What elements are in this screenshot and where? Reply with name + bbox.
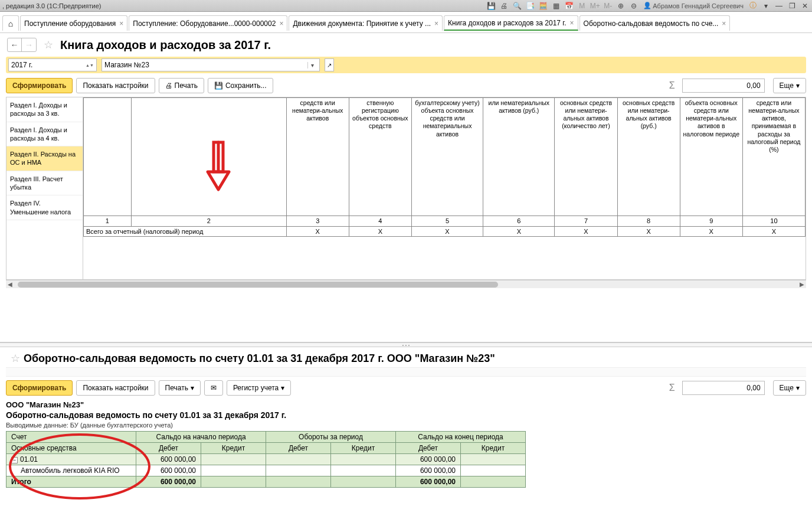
toolbar: Сформировать Показать настройки 🖨Печать … [0,76,812,96]
save-button[interactable]: 💾Сохранить... [208,78,273,93]
tab-2[interactable]: Поступление: Оборудование...0000-000002× [129,15,287,31]
close-icon[interactable]: × [119,19,123,28]
close-icon[interactable]: × [434,19,438,28]
print-button[interactable]: 🖨Печать [159,78,204,93]
h-scrollbar[interactable]: ◀▶ [6,280,806,288]
total-cell: X [555,227,617,237]
tab-1[interactable]: Поступление оборудования× [20,15,127,31]
col-header: бухгалтерскому учету) объекта основных с… [411,98,483,216]
report-table: Счет Сальдо на начало периода Обороты за… [6,431,526,488]
m-minus-icon[interactable]: M- [603,1,613,11]
total-cell: X [680,227,742,237]
grid-icon[interactable]: ▦ [551,1,561,11]
print-button[interactable]: Печать ▾ [159,380,201,396]
more-button[interactable]: Еще ▾ [773,78,806,93]
sidebar-item-q4[interactable]: Раздел I. Доходы и расходы за 4 кв. [6,122,83,147]
star-icon[interactable]: ☆ [44,38,53,51]
col-num: 4 [349,216,411,227]
sum-box: Σ [664,79,765,93]
tab-4[interactable]: Книга доходов и расходов за 2017 г.× [444,15,578,31]
col-end: Сальдо на конец периода [396,432,526,443]
sum-box: Σ [664,381,765,395]
home-button[interactable]: ⌂ [2,15,19,31]
sum-input[interactable] [682,381,765,395]
more-button[interactable]: Еще ▾ [773,380,806,396]
total-cell: X [483,227,555,237]
col-header: основных средств или нематери-альных акт… [555,98,617,216]
tab-5[interactable]: Оборотно-сальдовая ведомость по сче...× [579,15,731,31]
table-row[interactable]: Автомобиль легковой KIA RIO 600 000,00 6… [6,465,526,476]
close-icon[interactable]: × [722,19,726,28]
zoom-out-icon[interactable]: ⊖ [629,1,639,11]
user-label[interactable]: 👤 Абрамов Геннадий Сергеевич [642,2,745,9]
total-cell: X [286,227,349,237]
col-header: средств или нематери-альных активов, при… [742,98,805,216]
sigma-icon: Σ [664,80,680,91]
print-icon[interactable]: 🖨 [499,1,509,11]
page-title: Книга доходов и расходов за 2017 г. [60,38,271,52]
col-num: 10 [742,216,805,227]
col-debit: Дебет [396,443,461,454]
preview-icon[interactable]: 🔍 [512,1,522,11]
table-area[interactable]: средств или нематери-альных активов стве… [83,97,806,279]
minimize-icon[interactable]: — [774,1,784,11]
m-icon[interactable]: M [577,1,587,11]
register-button[interactable]: Регистр учета ▾ [227,380,291,396]
store-select[interactable]: Магазин №23 ▾ [102,58,320,71]
report-area: ООО "Магазин №23" Оборотно-сальдовая вед… [6,400,806,488]
open-button[interactable]: ↗ [325,58,334,71]
form-button[interactable]: Сформировать [6,78,73,93]
col-credit: Кредит [201,443,266,454]
settings-button[interactable]: Показать настройки [76,78,155,93]
total-cell: X [349,227,411,237]
star-icon[interactable]: ☆ [11,352,20,365]
col-debit: Дебет [136,443,201,454]
titlebar: , редакция 3.0 (1С:Предприятие) 💾 🖨 🔍 📑 … [0,0,812,12]
sidebar-item-q3[interactable]: Раздел I. Доходы и расходы за 3 кв. [6,97,83,122]
mail-icon: ✉ [211,384,217,392]
collapse-icon[interactable]: − [11,457,18,463]
calc-icon[interactable]: 🧮 [538,1,548,11]
chevron-down-icon[interactable]: ▾ [307,62,317,68]
close-icon[interactable]: ✕ [800,1,810,11]
sidebar-item-section3[interactable]: Раздел III. Расчет убытка [6,171,83,196]
sum-input[interactable] [682,79,765,93]
splitter[interactable]: • • • [0,342,812,347]
zoom-in-icon[interactable]: ⊕ [616,1,626,11]
dropdown-icon[interactable]: ▾ [761,1,771,11]
top-pane: ← → ☆ Книга доходов и расходов за 2017 г… [0,33,812,342]
calendar-icon[interactable]: 📅 [564,1,574,11]
save-icon[interactable]: 💾 [486,1,496,11]
col-num: 7 [555,216,617,227]
col-header [84,98,132,216]
mail-button[interactable]: ✉ [204,380,223,396]
forward-button[interactable]: → [22,38,36,51]
list-icon[interactable]: 📑 [525,1,535,11]
tab-3[interactable]: Движения документа: Принятие к учету ...… [289,15,443,31]
spinner-icon[interactable]: ▲▼ [86,63,94,67]
sidebar-item-section4[interactable]: Раздел IV. Уменьшение налога [6,195,83,220]
info-icon[interactable]: ⓘ [748,1,758,11]
col-os: Основные средства [6,443,136,454]
col-header: ственную регистрацию объектов основных с… [349,98,411,216]
m-plus-icon[interactable]: M+ [590,1,600,11]
form-button[interactable]: Сформировать [6,380,73,396]
table-row[interactable]: −01.01 600 000,00 600 000,00 [6,454,526,465]
bottom-title-row: ☆ Оборотно-сальдовая ведомость по счету … [0,347,812,366]
data-table: средств или нематери-альных активов стве… [83,97,806,237]
restore-icon[interactable]: ❐ [787,1,797,11]
year-select[interactable]: 2017 г. ▲▼ [8,58,97,71]
close-icon[interactable]: × [279,19,283,28]
col-start: Сальдо на начало периода [136,432,266,443]
settings-button[interactable]: Показать настройки [76,380,155,396]
total-cell: X [617,227,680,237]
top-content: Раздел I. Доходы и расходы за 3 кв. Разд… [6,97,806,280]
bottom-strip [6,367,806,377]
col-num: 5 [411,216,483,227]
sigma-icon: Σ [664,383,680,393]
nav-row: ← → ☆ Книга доходов и расходов за 2017 г… [0,33,812,54]
back-button[interactable]: ← [8,38,22,51]
col-num: 3 [286,216,349,227]
close-icon[interactable]: × [570,19,574,27]
sidebar-item-section2[interactable]: Раздел II. Расходы на ОС и НМА [6,146,83,171]
